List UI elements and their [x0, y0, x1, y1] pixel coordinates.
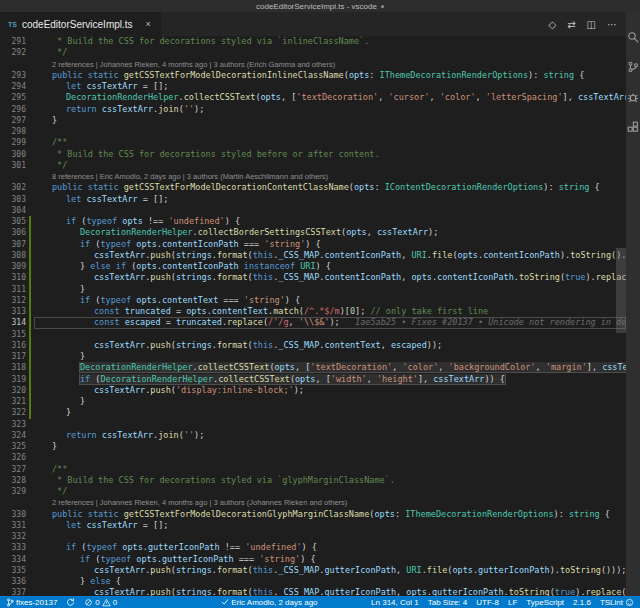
code-line[interactable]: 293public static getCSSTextForModelDecor… — [0, 70, 626, 81]
split-editor-icon[interactable]: ◫ — [587, 19, 596, 30]
line-number[interactable]: 297 — [0, 115, 26, 126]
line-number[interactable]: 329 — [0, 486, 26, 497]
line-number[interactable]: 295 — [0, 92, 26, 103]
code-line[interactable]: 331let cssTextArr = []; — [0, 520, 626, 531]
tslint-indicator[interactable]: TSLint — [600, 598, 623, 607]
line-number[interactable]: 327 — [0, 464, 26, 475]
code-line[interactable]: 333if (typeof opts.gutterIconPath !== 'u… — [0, 542, 626, 553]
line-number[interactable]: 308 — [0, 250, 26, 261]
code-line[interactable]: 305if (typeof opts !== 'undefined') { — [0, 216, 626, 227]
code-line[interactable]: 299/** — [0, 137, 626, 148]
code-line[interactable]: 314const escaped = truncated.replace(/'/… — [0, 317, 626, 328]
code-line[interactable]: 327/** — [0, 464, 626, 475]
code-line[interactable]: 320cssTextArr.push('display:inline-block… — [0, 385, 626, 396]
code-line[interactable]: 321} — [0, 396, 626, 407]
code-line[interactable]: 309} else if (opts.contentIconPath insta… — [0, 261, 626, 272]
line-number[interactable]: 310 — [0, 272, 26, 283]
code-line[interactable]: 311} — [0, 284, 626, 295]
line-number[interactable]: 320 — [0, 385, 26, 396]
sync-button[interactable] — [66, 598, 75, 607]
code-line[interactable]: 337cssTextArr.push(strings.format(this._… — [0, 587, 626, 596]
line-number[interactable]: 307 — [0, 239, 26, 250]
line-number[interactable]: 315 — [0, 329, 26, 340]
line-number[interactable]: 299 — [0, 137, 26, 148]
line-number[interactable]: 334 — [0, 554, 26, 565]
switch-editor-icon[interactable]: ⇄ — [567, 19, 575, 30]
problems-indicator[interactable]: 0 0 — [84, 598, 117, 607]
line-number[interactable]: 316 — [0, 340, 26, 351]
line-number[interactable]: 298 — [0, 126, 26, 137]
codelens-row[interactable]: 2 references | Johannes Rieken, 4 months… — [0, 59, 626, 70]
code-line[interactable]: 326 — [0, 452, 626, 463]
code-line[interactable]: 308cssTextArr.push(strings.format(this._… — [0, 250, 626, 261]
line-number[interactable]: 322 — [0, 407, 26, 418]
line-number[interactable]: 317 — [0, 351, 26, 362]
code-line[interactable]: 304 — [0, 205, 626, 216]
line-number[interactable]: 332 — [0, 531, 26, 542]
code-line[interactable]: 297} — [0, 115, 626, 126]
line-number[interactable]: 326 — [0, 452, 26, 463]
code-line[interactable]: 303let cssTextArr = []; — [0, 194, 626, 205]
line-number[interactable]: 304 — [0, 205, 26, 216]
line-number[interactable]: 291 — [0, 36, 26, 47]
line-number[interactable]: 323 — [0, 419, 26, 430]
open-changes-icon[interactable]: ◇ — [548, 19, 556, 30]
code-line[interactable]: 291 * Build the CSS for decorations styl… — [0, 36, 626, 47]
code-line[interactable]: 323 — [0, 419, 626, 430]
line-number[interactable]: 330 — [0, 509, 26, 520]
code-line[interactable]: 317} — [0, 351, 626, 362]
typescript-version-indicator[interactable]: 2.1.6 — [573, 598, 591, 607]
code-line[interactable]: 330public static getCSSTextForModelDecor… — [0, 509, 626, 520]
code-editor[interactable]: 291 * Build the CSS for decorations styl… — [0, 36, 626, 596]
line-number[interactable]: 300 — [0, 149, 26, 160]
editor-scrollbar[interactable] — [616, 36, 626, 596]
code-line[interactable]: 332 — [0, 531, 626, 542]
line-number[interactable]: 313 — [0, 306, 26, 317]
line-number[interactable]: 303 — [0, 194, 26, 205]
extensions-icon[interactable] — [627, 120, 640, 133]
code-line[interactable]: 298 — [0, 126, 626, 137]
code-line[interactable]: 322} — [0, 407, 626, 418]
more-actions-icon[interactable]: ⋯ — [607, 19, 617, 30]
code-line[interactable]: 295DecorationRenderHelper.collectCSSText… — [0, 92, 626, 103]
line-number[interactable]: 306 — [0, 227, 26, 238]
line-number[interactable]: 294 — [0, 81, 26, 92]
line-number[interactable]: 309 — [0, 261, 26, 272]
code-line[interactable]: 294let cssTextArr = []; — [0, 81, 626, 92]
debug-icon[interactable] — [627, 90, 640, 103]
code-line[interactable]: 307if (typeof opts.contentIconPath === '… — [0, 239, 626, 250]
git-branch-status[interactable]: fixes-20137 — [6, 598, 57, 607]
line-number[interactable]: 325 — [0, 441, 26, 452]
gitlens-blame-status[interactable]: Eric Amodio, 2 days ago — [221, 598, 317, 607]
line-number[interactable]: 312 — [0, 295, 26, 306]
code-line[interactable]: 306DecorationRenderHelper.collectBorderS… — [0, 227, 626, 238]
line-number[interactable]: 311 — [0, 284, 26, 295]
code-line[interactable]: 310cssTextArr.push(strings.format(this._… — [0, 272, 626, 283]
line-number[interactable]: 296 — [0, 104, 26, 115]
feedback-smiley-icon[interactable] — [623, 598, 640, 607]
line-number[interactable]: 333 — [0, 542, 26, 553]
eol-indicator[interactable]: LF — [508, 598, 517, 607]
scrollbar-thumb[interactable] — [616, 248, 626, 333]
line-number[interactable]: 319 — [0, 374, 26, 385]
line-number[interactable]: 314 — [0, 317, 26, 328]
code-line[interactable]: 296return cssTextArr.join(''); — [0, 104, 626, 115]
code-line[interactable]: 319if (DecorationRenderHelper.collectCSS… — [0, 374, 626, 385]
encoding-indicator[interactable]: UTF-8 — [476, 598, 499, 607]
code-line[interactable]: 312if (typeof opts.contentText === 'stri… — [0, 295, 626, 306]
code-line[interactable]: 313const truncated = opts.contentText.ma… — [0, 306, 626, 317]
code-line[interactable]: 335cssTextArr.push(strings.format(this._… — [0, 565, 626, 576]
line-number[interactable]: 331 — [0, 520, 26, 531]
line-number[interactable]: 302 — [0, 182, 26, 193]
code-line[interactable]: 292 */ — [0, 47, 626, 58]
line-number[interactable]: 293 — [0, 70, 26, 81]
code-line[interactable]: 328 * Build the CSS for decorations styl… — [0, 475, 626, 486]
line-col-indicator[interactable]: Ln 314, Col 1 — [371, 598, 419, 607]
line-number[interactable]: 292 — [0, 47, 26, 58]
tab-codeeditorserviceimpl[interactable]: TS codeEditorServiceImpl.ts × — [0, 12, 161, 36]
code-line[interactable]: 334if (typeof opts.gutterIconPath === 's… — [0, 554, 626, 565]
code-line[interactable]: 324return cssTextArr.join(''); — [0, 430, 626, 441]
code-line[interactable]: 329 */ — [0, 486, 626, 497]
code-line[interactable]: 325} — [0, 441, 626, 452]
line-number[interactable]: 324 — [0, 430, 26, 441]
